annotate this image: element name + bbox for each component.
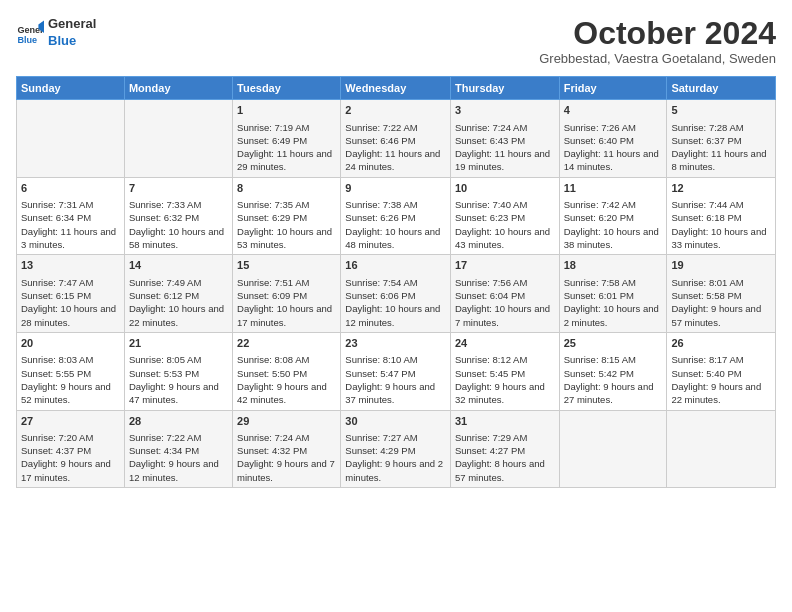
column-header-wednesday: Wednesday: [341, 77, 451, 100]
calendar-cell: 18Sunrise: 7:58 AM Sunset: 6:01 PM Dayli…: [559, 255, 667, 333]
calendar-cell: 30Sunrise: 7:27 AM Sunset: 4:29 PM Dayli…: [341, 410, 451, 488]
calendar-body: 1Sunrise: 7:19 AM Sunset: 6:49 PM Daylig…: [17, 100, 776, 488]
day-number: 5: [671, 103, 771, 118]
title-block: October 2024 Grebbestad, Vaestra Goetala…: [539, 16, 776, 66]
day-content: Sunrise: 7:28 AM Sunset: 6:37 PM Dayligh…: [671, 121, 771, 174]
day-content: Sunrise: 7:27 AM Sunset: 4:29 PM Dayligh…: [345, 431, 446, 484]
day-number: 21: [129, 336, 228, 351]
calendar-cell: 31Sunrise: 7:29 AM Sunset: 4:27 PM Dayli…: [450, 410, 559, 488]
logo-icon: General Blue: [16, 19, 44, 47]
day-content: Sunrise: 8:08 AM Sunset: 5:50 PM Dayligh…: [237, 353, 336, 406]
logo: General Blue General Blue: [16, 16, 96, 50]
day-number: 11: [564, 181, 663, 196]
day-number: 7: [129, 181, 228, 196]
day-content: Sunrise: 7:58 AM Sunset: 6:01 PM Dayligh…: [564, 276, 663, 329]
day-number: 17: [455, 258, 555, 273]
day-content: Sunrise: 7:54 AM Sunset: 6:06 PM Dayligh…: [345, 276, 446, 329]
calendar-cell: 27Sunrise: 7:20 AM Sunset: 4:37 PM Dayli…: [17, 410, 125, 488]
calendar-cell: 20Sunrise: 8:03 AM Sunset: 5:55 PM Dayli…: [17, 332, 125, 410]
day-content: Sunrise: 7:26 AM Sunset: 6:40 PM Dayligh…: [564, 121, 663, 174]
calendar-cell: 21Sunrise: 8:05 AM Sunset: 5:53 PM Dayli…: [124, 332, 232, 410]
day-number: 19: [671, 258, 771, 273]
day-number: 31: [455, 414, 555, 429]
calendar-cell: 22Sunrise: 8:08 AM Sunset: 5:50 PM Dayli…: [233, 332, 341, 410]
calendar-cell: [559, 410, 667, 488]
day-number: 9: [345, 181, 446, 196]
day-number: 27: [21, 414, 120, 429]
day-number: 18: [564, 258, 663, 273]
day-number: 16: [345, 258, 446, 273]
svg-text:Blue: Blue: [17, 35, 37, 45]
calendar-cell: 5Sunrise: 7:28 AM Sunset: 6:37 PM Daylig…: [667, 100, 776, 178]
day-content: Sunrise: 7:35 AM Sunset: 6:29 PM Dayligh…: [237, 198, 336, 251]
day-content: Sunrise: 8:05 AM Sunset: 5:53 PM Dayligh…: [129, 353, 228, 406]
calendar-cell: 24Sunrise: 8:12 AM Sunset: 5:45 PM Dayli…: [450, 332, 559, 410]
day-content: Sunrise: 7:40 AM Sunset: 6:23 PM Dayligh…: [455, 198, 555, 251]
day-number: 3: [455, 103, 555, 118]
day-content: Sunrise: 7:22 AM Sunset: 6:46 PM Dayligh…: [345, 121, 446, 174]
day-number: 20: [21, 336, 120, 351]
day-content: Sunrise: 7:31 AM Sunset: 6:34 PM Dayligh…: [21, 198, 120, 251]
day-number: 15: [237, 258, 336, 273]
day-number: 2: [345, 103, 446, 118]
day-number: 28: [129, 414, 228, 429]
calendar-cell: 16Sunrise: 7:54 AM Sunset: 6:06 PM Dayli…: [341, 255, 451, 333]
column-header-monday: Monday: [124, 77, 232, 100]
calendar-cell: 3Sunrise: 7:24 AM Sunset: 6:43 PM Daylig…: [450, 100, 559, 178]
column-header-friday: Friday: [559, 77, 667, 100]
day-content: Sunrise: 7:19 AM Sunset: 6:49 PM Dayligh…: [237, 121, 336, 174]
week-row-2: 6Sunrise: 7:31 AM Sunset: 6:34 PM Daylig…: [17, 177, 776, 255]
day-content: Sunrise: 7:56 AM Sunset: 6:04 PM Dayligh…: [455, 276, 555, 329]
calendar-cell: 17Sunrise: 7:56 AM Sunset: 6:04 PM Dayli…: [450, 255, 559, 333]
day-number: 24: [455, 336, 555, 351]
calendar-cell: 10Sunrise: 7:40 AM Sunset: 6:23 PM Dayli…: [450, 177, 559, 255]
calendar-cell: 29Sunrise: 7:24 AM Sunset: 4:32 PM Dayli…: [233, 410, 341, 488]
calendar-cell: 25Sunrise: 8:15 AM Sunset: 5:42 PM Dayli…: [559, 332, 667, 410]
calendar-cell: [667, 410, 776, 488]
day-content: Sunrise: 7:49 AM Sunset: 6:12 PM Dayligh…: [129, 276, 228, 329]
day-number: 8: [237, 181, 336, 196]
calendar-cell: 12Sunrise: 7:44 AM Sunset: 6:18 PM Dayli…: [667, 177, 776, 255]
day-content: Sunrise: 7:24 AM Sunset: 4:32 PM Dayligh…: [237, 431, 336, 484]
day-number: 30: [345, 414, 446, 429]
day-number: 25: [564, 336, 663, 351]
calendar-cell: 9Sunrise: 7:38 AM Sunset: 6:26 PM Daylig…: [341, 177, 451, 255]
day-content: Sunrise: 7:33 AM Sunset: 6:32 PM Dayligh…: [129, 198, 228, 251]
calendar-table: SundayMondayTuesdayWednesdayThursdayFrid…: [16, 76, 776, 488]
day-number: 12: [671, 181, 771, 196]
day-number: 23: [345, 336, 446, 351]
calendar-cell: 6Sunrise: 7:31 AM Sunset: 6:34 PM Daylig…: [17, 177, 125, 255]
day-number: 14: [129, 258, 228, 273]
month-title: October 2024: [539, 16, 776, 51]
calendar-header-row: SundayMondayTuesdayWednesdayThursdayFrid…: [17, 77, 776, 100]
column-header-sunday: Sunday: [17, 77, 125, 100]
day-content: Sunrise: 8:10 AM Sunset: 5:47 PM Dayligh…: [345, 353, 446, 406]
calendar-cell: 4Sunrise: 7:26 AM Sunset: 6:40 PM Daylig…: [559, 100, 667, 178]
calendar-cell: 28Sunrise: 7:22 AM Sunset: 4:34 PM Dayli…: [124, 410, 232, 488]
day-content: Sunrise: 8:03 AM Sunset: 5:55 PM Dayligh…: [21, 353, 120, 406]
day-content: Sunrise: 8:12 AM Sunset: 5:45 PM Dayligh…: [455, 353, 555, 406]
calendar-cell: 14Sunrise: 7:49 AM Sunset: 6:12 PM Dayli…: [124, 255, 232, 333]
day-content: Sunrise: 7:38 AM Sunset: 6:26 PM Dayligh…: [345, 198, 446, 251]
column-header-tuesday: Tuesday: [233, 77, 341, 100]
calendar-cell: 11Sunrise: 7:42 AM Sunset: 6:20 PM Dayli…: [559, 177, 667, 255]
day-content: Sunrise: 7:20 AM Sunset: 4:37 PM Dayligh…: [21, 431, 120, 484]
calendar-cell: 7Sunrise: 7:33 AM Sunset: 6:32 PM Daylig…: [124, 177, 232, 255]
day-content: Sunrise: 7:51 AM Sunset: 6:09 PM Dayligh…: [237, 276, 336, 329]
day-content: Sunrise: 8:01 AM Sunset: 5:58 PM Dayligh…: [671, 276, 771, 329]
week-row-3: 13Sunrise: 7:47 AM Sunset: 6:15 PM Dayli…: [17, 255, 776, 333]
calendar-cell: 13Sunrise: 7:47 AM Sunset: 6:15 PM Dayli…: [17, 255, 125, 333]
day-content: Sunrise: 8:17 AM Sunset: 5:40 PM Dayligh…: [671, 353, 771, 406]
column-header-thursday: Thursday: [450, 77, 559, 100]
day-content: Sunrise: 7:44 AM Sunset: 6:18 PM Dayligh…: [671, 198, 771, 251]
day-content: Sunrise: 7:29 AM Sunset: 4:27 PM Dayligh…: [455, 431, 555, 484]
calendar-cell: 15Sunrise: 7:51 AM Sunset: 6:09 PM Dayli…: [233, 255, 341, 333]
day-content: Sunrise: 7:42 AM Sunset: 6:20 PM Dayligh…: [564, 198, 663, 251]
day-number: 4: [564, 103, 663, 118]
day-content: Sunrise: 7:24 AM Sunset: 6:43 PM Dayligh…: [455, 121, 555, 174]
column-header-saturday: Saturday: [667, 77, 776, 100]
day-number: 6: [21, 181, 120, 196]
page-header: General Blue General Blue October 2024 G…: [16, 16, 776, 66]
day-content: Sunrise: 8:15 AM Sunset: 5:42 PM Dayligh…: [564, 353, 663, 406]
calendar-cell: 8Sunrise: 7:35 AM Sunset: 6:29 PM Daylig…: [233, 177, 341, 255]
